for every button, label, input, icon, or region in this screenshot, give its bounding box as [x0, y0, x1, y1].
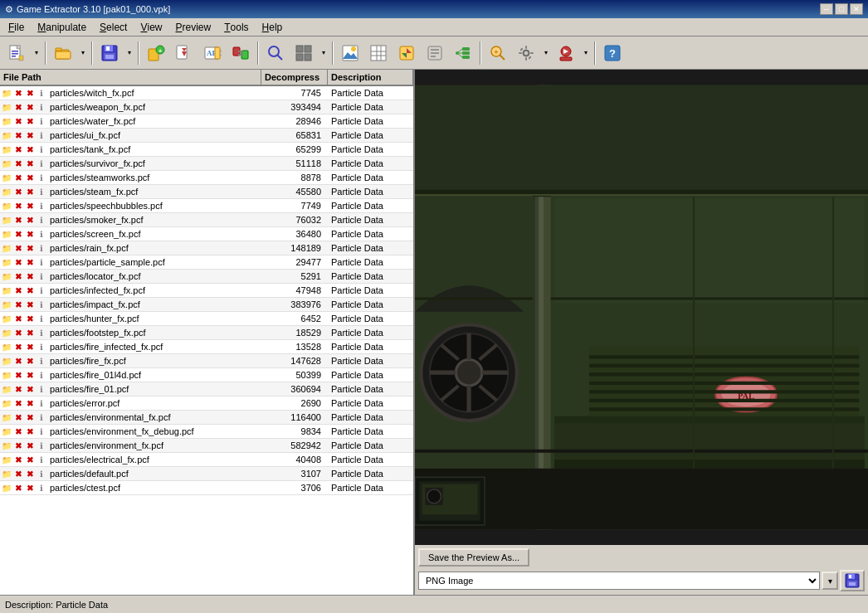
- remove-icon[interactable]: ✖: [25, 482, 36, 494]
- delete-icon[interactable]: ✖: [13, 158, 24, 169]
- table-row[interactable]: 📁 ✖ ✖ ℹ particles/footstep_fx.pcf 18529 …: [0, 326, 413, 340]
- delete-icon[interactable]: ✖: [13, 200, 24, 212]
- info-icon[interactable]: ℹ: [36, 214, 46, 226]
- info-icon[interactable]: ℹ: [36, 355, 46, 367]
- info-icon[interactable]: ℹ: [36, 482, 46, 494]
- menu-preview[interactable]: Preview: [168, 18, 217, 36]
- table-row[interactable]: 📁 ✖ ✖ ℹ particles/fire_fx.pcf 147628 Par…: [0, 354, 413, 368]
- delete-icon[interactable]: ✖: [13, 468, 24, 479]
- image-button[interactable]: [337, 40, 363, 66]
- delete-icon[interactable]: ✖: [13, 214, 24, 226]
- delete-icon[interactable]: ✖: [13, 270, 24, 282]
- remove-icon[interactable]: ✖: [25, 242, 36, 254]
- menu-help[interactable]: Help: [256, 18, 290, 36]
- close-button[interactable]: ✕: [850, 3, 863, 15]
- table-row[interactable]: 📁 ✖ ✖ ℹ particles/weapon_fx.pcf 393494 P…: [0, 100, 413, 114]
- settings-button[interactable]: [513, 40, 539, 66]
- menu-manipulate[interactable]: Manipulate: [31, 18, 93, 36]
- table-row[interactable]: 📁 ✖ ✖ ℹ particles/ctest.pcf 3706 Particl…: [0, 481, 413, 495]
- info-icon[interactable]: ℹ: [36, 242, 46, 254]
- info-icon[interactable]: ℹ: [36, 144, 46, 155]
- info-icon[interactable]: ℹ: [36, 115, 46, 127]
- delete-icon[interactable]: ✖: [13, 299, 24, 310]
- info-icon[interactable]: ℹ: [36, 369, 46, 381]
- maximize-button[interactable]: □: [835, 3, 848, 15]
- table-row[interactable]: 📁 ✖ ✖ ℹ particles/steamworks.pcf 8878 Pa…: [0, 171, 413, 185]
- info-icon[interactable]: ℹ: [36, 87, 46, 99]
- remove-icon[interactable]: ✖: [25, 299, 36, 310]
- remove-icon[interactable]: ✖: [25, 228, 36, 240]
- table-row[interactable]: 📁 ✖ ✖ ℹ particles/fire_infected_fx.pcf 1…: [0, 340, 413, 354]
- settings-dropdown[interactable]: ▾: [541, 40, 551, 66]
- grid-view-button[interactable]: [290, 40, 317, 66]
- open-dropdown[interactable]: ▾: [78, 40, 88, 66]
- info-icon[interactable]: ℹ: [36, 256, 46, 268]
- remove-icon[interactable]: ✖: [25, 426, 36, 437]
- table-row[interactable]: 📁 ✖ ✖ ℹ particles/witch_fx.pcf 7745 Part…: [0, 86, 413, 100]
- help-button[interactable]: ?: [599, 40, 626, 66]
- rename-button[interactable]: ABC: [199, 40, 226, 66]
- script-dropdown[interactable]: ▾: [581, 40, 591, 66]
- remove-icon[interactable]: ✖: [25, 270, 36, 282]
- menu-select[interactable]: Select: [93, 18, 134, 36]
- remove-icon[interactable]: ✖: [25, 383, 36, 395]
- delete-icon[interactable]: ✖: [13, 144, 24, 155]
- format-save-icon-button[interactable]: [840, 570, 865, 591]
- new-button[interactable]: [3, 40, 30, 66]
- table-row[interactable]: 📁 ✖ ✖ ℹ particles/water_fx.pcf 28946 Par…: [0, 114, 413, 129]
- format-select[interactable]: PNG ImageJPEG ImageBMP ImageTGA Image: [418, 572, 820, 590]
- remove-icon[interactable]: ✖: [25, 101, 36, 113]
- remove-icon[interactable]: ✖: [25, 172, 36, 183]
- preview-button[interactable]: +: [485, 40, 511, 66]
- remove-icon[interactable]: ✖: [25, 87, 36, 99]
- extract-button[interactable]: [171, 40, 197, 66]
- info-icon[interactable]: ℹ: [36, 200, 46, 212]
- add-files-button[interactable]: +: [143, 40, 169, 66]
- menu-tools[interactable]: Tools: [217, 18, 255, 36]
- table-row[interactable]: 📁 ✖ ✖ ℹ particles/steam_fx.pcf 45580 Par…: [0, 185, 413, 199]
- table-row[interactable]: 📁 ✖ ✖ ℹ particles/particle_sample.pcf 29…: [0, 255, 413, 270]
- remove-icon[interactable]: ✖: [25, 313, 36, 324]
- remove-icon[interactable]: ✖: [25, 327, 36, 338]
- column-header-decompress[interactable]: Decompress: [261, 70, 328, 85]
- info-icon[interactable]: ℹ: [36, 101, 46, 113]
- delete-icon[interactable]: ✖: [13, 383, 24, 395]
- save-button[interactable]: [96, 40, 123, 66]
- menu-view[interactable]: View: [134, 18, 168, 36]
- new-dropdown[interactable]: ▾: [32, 40, 41, 66]
- compress-button[interactable]: [393, 40, 420, 66]
- script-button[interactable]: [553, 40, 579, 66]
- table-row[interactable]: 📁 ✖ ✖ ℹ particles/electrical_fx.pcf 4040…: [0, 453, 413, 467]
- remove-icon[interactable]: ✖: [25, 285, 36, 296]
- delete-icon[interactable]: ✖: [13, 341, 24, 353]
- search-button[interactable]: [262, 40, 289, 66]
- grid-dropdown[interactable]: ▾: [319, 40, 329, 66]
- table-row[interactable]: 📁 ✖ ✖ ℹ particles/infected_fx.pcf 47948 …: [0, 284, 413, 298]
- remove-icon[interactable]: ✖: [25, 369, 36, 381]
- info-icon[interactable]: ℹ: [36, 440, 46, 451]
- gridlines-button[interactable]: [365, 40, 392, 66]
- info-icon[interactable]: ℹ: [36, 228, 46, 240]
- info-icon[interactable]: ℹ: [36, 299, 46, 310]
- table-row[interactable]: 📁 ✖ ✖ ℹ particles/fire_01l4d.pcf 50399 P…: [0, 368, 413, 382]
- remove-icon[interactable]: ✖: [25, 129, 36, 141]
- table-row[interactable]: 📁 ✖ ✖ ℹ particles/default.pcf 3107 Parti…: [0, 467, 413, 481]
- info-icon[interactable]: ℹ: [36, 411, 46, 423]
- delete-icon[interactable]: ✖: [13, 186, 24, 197]
- info-icon[interactable]: ℹ: [36, 172, 46, 183]
- remove-icon[interactable]: ✖: [25, 440, 36, 451]
- delete-icon[interactable]: ✖: [13, 411, 24, 423]
- delete-icon[interactable]: ✖: [13, 228, 24, 240]
- remove-icon[interactable]: ✖: [25, 186, 36, 197]
- delete-icon[interactable]: ✖: [13, 327, 24, 338]
- info-icon[interactable]: ℹ: [36, 186, 46, 197]
- table-row[interactable]: 📁 ✖ ✖ ℹ particles/environmental_fx.pcf 1…: [0, 411, 413, 425]
- properties-button[interactable]: [422, 40, 448, 66]
- delete-icon[interactable]: ✖: [13, 256, 24, 268]
- tree-button[interactable]: [450, 40, 476, 66]
- delete-icon[interactable]: ✖: [13, 482, 24, 494]
- menu-file[interactable]: File: [2, 18, 31, 36]
- remove-icon[interactable]: ✖: [25, 454, 36, 465]
- delete-icon[interactable]: ✖: [13, 242, 24, 254]
- info-icon[interactable]: ℹ: [36, 454, 46, 465]
